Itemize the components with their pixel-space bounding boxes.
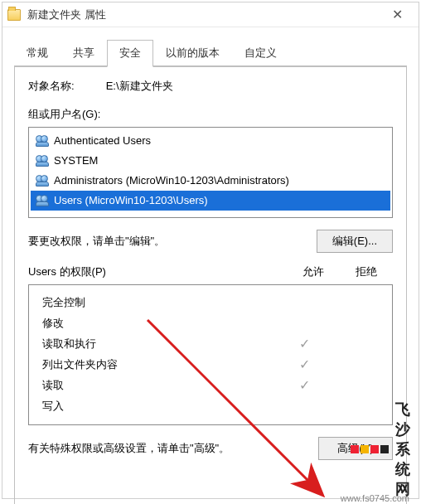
tab-customize[interactable]: 自定义: [232, 40, 289, 67]
group-item-authenticated-users[interactable]: Authenticated Users: [31, 131, 390, 151]
close-button[interactable]: ✕: [380, 8, 414, 22]
tab-previous-versions[interactable]: 以前的版本: [153, 40, 232, 67]
perm-name: 写入: [37, 395, 278, 416]
group-item-label: Users (MicroWin10-1203\Users): [54, 192, 208, 209]
perm-row-modify: 修改: [37, 313, 384, 333]
permissions-col-allow: 允许: [287, 264, 340, 279]
group-item-label: Administrators (MicroWin10-1203\Administ…: [54, 172, 289, 189]
group-item-system[interactable]: SYSTEM: [31, 151, 390, 171]
titlebar: 新建文件夹 属性 ✕: [2, 2, 419, 27]
folder-icon: [7, 9, 21, 21]
tab-security[interactable]: 安全: [107, 40, 153, 67]
perm-allow-check-icon: [278, 354, 331, 375]
users-icon: [36, 195, 49, 206]
perm-row-full-control: 完全控制: [37, 292, 384, 313]
edit-button[interactable]: 编辑(E)...: [317, 230, 393, 253]
permissions-col-deny: 拒绝: [340, 264, 393, 279]
perm-row-read: 读取: [37, 375, 384, 395]
permissions-header: Users 的权限(P) 允许 拒绝: [28, 264, 393, 279]
group-item-label: Authenticated Users: [54, 133, 151, 149]
perm-name: 读取和执行: [37, 333, 278, 354]
users-icon: [36, 135, 49, 147]
object-name-value: E:\新建文件夹: [106, 80, 173, 92]
perm-row-list-contents: 列出文件夹内容: [37, 354, 384, 375]
object-name-label: 对象名称:: [28, 79, 103, 94]
group-item-users[interactable]: Users (MicroWin10-1203\Users): [31, 191, 390, 211]
group-users-list[interactable]: Authenticated Users SYSTEM Administrator…: [28, 127, 393, 218]
users-icon: [36, 175, 49, 187]
permissions-header-name: Users 的权限(P): [28, 264, 287, 279]
tab-general[interactable]: 常规: [14, 40, 60, 67]
perm-allow-check-icon: [278, 375, 331, 395]
perm-name: 读取: [37, 375, 278, 395]
window-title: 新建文件夹 属性: [27, 7, 380, 22]
tab-share[interactable]: 共享: [60, 40, 107, 67]
advanced-hint: 有关特殊权限或高级设置，请单击"高级"。: [28, 441, 230, 456]
tab-strip: 常规 共享 安全 以前的版本 自定义: [14, 39, 407, 66]
edit-row: 要更改权限，请单击"编辑"。 编辑(E)...: [28, 230, 393, 253]
groups-label: 组或用户名(G):: [28, 107, 393, 122]
perm-name: 修改: [37, 313, 278, 333]
perm-row-write: 写入: [37, 395, 384, 416]
perm-name: 完全控制: [37, 292, 278, 313]
watermark-brand: 飞沙系统网: [395, 400, 411, 499]
edit-hint: 要更改权限，请单击"编辑"。: [28, 234, 165, 249]
watermark-logo-icon: [351, 445, 389, 453]
permissions-list: 完全控制 修改 读取和执行 列出文件夹内容 读取: [28, 284, 393, 425]
security-panel: 对象名称: E:\新建文件夹 组或用户名(G): Authenticated U…: [14, 66, 407, 504]
perm-name: 列出文件夹内容: [37, 354, 278, 375]
group-item-label: SYSTEM: [54, 153, 98, 169]
object-name-row: 对象名称: E:\新建文件夹: [28, 79, 393, 94]
perm-row-read-execute: 读取和执行: [37, 333, 384, 354]
users-icon: [36, 155, 49, 167]
perm-allow-check-icon: [278, 333, 331, 354]
group-item-administrators[interactable]: Administrators (MicroWin10-1203\Administ…: [31, 171, 390, 191]
advanced-row: 有关特殊权限或高级设置，请单击"高级"。 高级(V): [28, 437, 393, 460]
